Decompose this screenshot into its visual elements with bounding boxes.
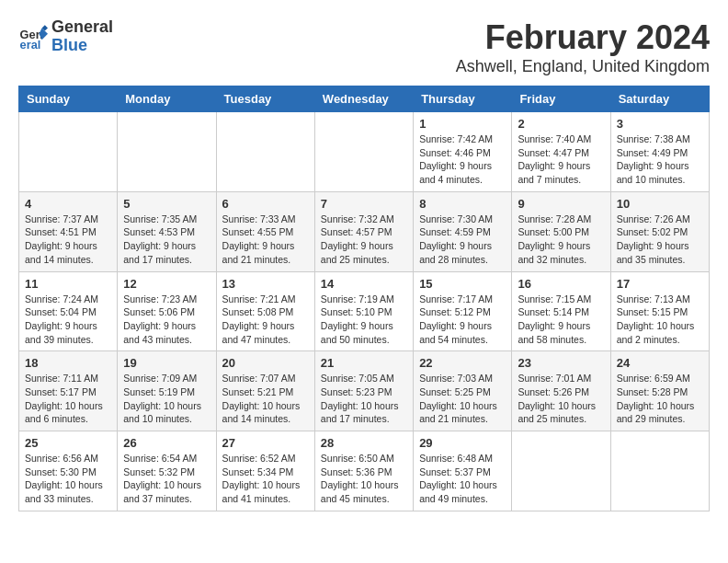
day-info: Sunrise: 6:54 AM Sunset: 5:32 PM Dayligh… <box>123 452 210 506</box>
day-number: 22 <box>419 356 506 370</box>
day-info: Sunrise: 7:17 AM Sunset: 5:12 PM Dayligh… <box>419 293 506 347</box>
day-number: 2 <box>518 117 604 131</box>
title-block: February 2024 Ashwell, England, United K… <box>456 18 710 76</box>
day-number: 12 <box>123 277 210 291</box>
day-number: 19 <box>123 356 210 370</box>
calendar-cell: 4Sunrise: 7:37 AM Sunset: 4:51 PM Daylig… <box>19 191 118 271</box>
day-number: 13 <box>222 277 309 291</box>
calendar-cell: 24Sunrise: 6:59 AM Sunset: 5:28 PM Dayli… <box>610 351 709 431</box>
calendar-week-1: 1Sunrise: 7:42 AM Sunset: 4:46 PM Daylig… <box>19 112 710 192</box>
column-header-wednesday: Wednesday <box>314 86 413 112</box>
day-number: 6 <box>222 197 309 211</box>
day-info: Sunrise: 6:56 AM Sunset: 5:30 PM Dayligh… <box>25 452 111 506</box>
day-number: 3 <box>617 117 703 131</box>
calendar-cell: 29Sunrise: 6:48 AM Sunset: 5:37 PM Dayli… <box>414 431 512 511</box>
calendar-cell: 23Sunrise: 7:01 AM Sunset: 5:26 PM Dayli… <box>512 351 610 431</box>
day-info: Sunrise: 7:40 AM Sunset: 4:47 PM Dayligh… <box>518 132 604 187</box>
day-number: 16 <box>518 277 604 291</box>
day-number: 23 <box>518 356 604 370</box>
day-info: Sunrise: 7:01 AM Sunset: 5:26 PM Dayligh… <box>518 372 604 426</box>
day-info: Sunrise: 7:21 AM Sunset: 5:08 PM Dayligh… <box>222 293 309 347</box>
day-info: Sunrise: 7:26 AM Sunset: 5:02 PM Dayligh… <box>617 213 703 267</box>
calendar-header-row: SundayMondayTuesdayWednesdayThursdayFrid… <box>19 86 710 112</box>
calendar-cell: 1Sunrise: 7:42 AM Sunset: 4:46 PM Daylig… <box>414 112 512 192</box>
calendar-cell: 8Sunrise: 7:30 AM Sunset: 4:59 PM Daylig… <box>414 191 512 271</box>
day-number: 5 <box>123 197 210 211</box>
day-info: Sunrise: 7:11 AM Sunset: 5:17 PM Dayligh… <box>25 372 111 426</box>
day-info: Sunrise: 7:03 AM Sunset: 5:25 PM Dayligh… <box>419 372 506 426</box>
calendar-cell: 15Sunrise: 7:17 AM Sunset: 5:12 PM Dayli… <box>414 271 512 351</box>
calendar-cell <box>610 431 709 511</box>
calendar-cell: 28Sunrise: 6:50 AM Sunset: 5:36 PM Dayli… <box>314 431 413 511</box>
day-number: 25 <box>25 436 111 450</box>
calendar-cell: 21Sunrise: 7:05 AM Sunset: 5:23 PM Dayli… <box>314 351 413 431</box>
calendar-cell: 3Sunrise: 7:38 AM Sunset: 4:49 PM Daylig… <box>610 112 709 192</box>
day-number: 26 <box>123 436 210 450</box>
calendar-week-3: 11Sunrise: 7:24 AM Sunset: 5:04 PM Dayli… <box>19 271 710 351</box>
day-info: Sunrise: 6:50 AM Sunset: 5:36 PM Dayligh… <box>321 452 407 506</box>
page-subtitle: Ashwell, England, United Kingdom <box>456 57 710 76</box>
column-header-monday: Monday <box>118 86 216 112</box>
day-number: 15 <box>419 277 506 291</box>
calendar-cell: 13Sunrise: 7:21 AM Sunset: 5:08 PM Dayli… <box>216 271 314 351</box>
day-info: Sunrise: 7:09 AM Sunset: 5:19 PM Dayligh… <box>123 372 210 426</box>
logo-text: General Blue <box>51 18 113 55</box>
calendar-cell <box>314 112 413 192</box>
calendar-cell: 7Sunrise: 7:32 AM Sunset: 4:57 PM Daylig… <box>314 191 413 271</box>
calendar-cell <box>216 112 314 192</box>
logo-line1: General <box>51 18 113 37</box>
day-number: 9 <box>518 197 604 211</box>
day-number: 24 <box>617 356 703 370</box>
calendar-cell: 27Sunrise: 6:52 AM Sunset: 5:34 PM Dayli… <box>216 431 314 511</box>
day-number: 29 <box>419 436 506 450</box>
svg-text:eral: eral <box>20 38 41 52</box>
column-header-friday: Friday <box>512 86 610 112</box>
calendar-cell: 26Sunrise: 6:54 AM Sunset: 5:32 PM Dayli… <box>118 431 216 511</box>
calendar-cell: 22Sunrise: 7:03 AM Sunset: 5:25 PM Dayli… <box>414 351 512 431</box>
day-info: Sunrise: 7:37 AM Sunset: 4:51 PM Dayligh… <box>25 213 111 267</box>
day-info: Sunrise: 7:33 AM Sunset: 4:55 PM Dayligh… <box>222 213 309 267</box>
day-number: 11 <box>25 277 111 291</box>
day-number: 14 <box>321 277 407 291</box>
day-number: 8 <box>419 197 506 211</box>
calendar-cell <box>512 431 610 511</box>
calendar-cell <box>118 112 216 192</box>
logo-icon: Gen eral <box>18 22 48 52</box>
calendar-cell: 11Sunrise: 7:24 AM Sunset: 5:04 PM Dayli… <box>19 271 118 351</box>
logo: Gen eral General Blue <box>18 18 113 55</box>
day-info: Sunrise: 7:32 AM Sunset: 4:57 PM Dayligh… <box>321 213 407 267</box>
calendar-week-5: 25Sunrise: 6:56 AM Sunset: 5:30 PM Dayli… <box>19 431 710 511</box>
page-header: Gen eral General Blue February 2024 Ashw… <box>18 18 710 76</box>
day-number: 20 <box>222 356 309 370</box>
column-header-sunday: Sunday <box>19 86 118 112</box>
day-info: Sunrise: 6:59 AM Sunset: 5:28 PM Dayligh… <box>617 372 703 426</box>
day-number: 21 <box>321 356 407 370</box>
day-info: Sunrise: 7:07 AM Sunset: 5:21 PM Dayligh… <box>222 372 309 426</box>
day-info: Sunrise: 7:15 AM Sunset: 5:14 PM Dayligh… <box>518 293 604 347</box>
day-number: 18 <box>25 356 111 370</box>
calendar-cell: 25Sunrise: 6:56 AM Sunset: 5:30 PM Dayli… <box>19 431 118 511</box>
day-number: 1 <box>419 117 506 131</box>
day-number: 27 <box>222 436 309 450</box>
calendar-cell: 19Sunrise: 7:09 AM Sunset: 5:19 PM Dayli… <box>118 351 216 431</box>
calendar-cell: 16Sunrise: 7:15 AM Sunset: 5:14 PM Dayli… <box>512 271 610 351</box>
calendar-cell: 12Sunrise: 7:23 AM Sunset: 5:06 PM Dayli… <box>118 271 216 351</box>
day-number: 28 <box>321 436 407 450</box>
calendar-cell: 18Sunrise: 7:11 AM Sunset: 5:17 PM Dayli… <box>19 351 118 431</box>
day-number: 17 <box>617 277 703 291</box>
day-info: Sunrise: 7:19 AM Sunset: 5:10 PM Dayligh… <box>321 293 407 347</box>
calendar-table: SundayMondayTuesdayWednesdayThursdayFrid… <box>18 86 710 511</box>
day-info: Sunrise: 7:23 AM Sunset: 5:06 PM Dayligh… <box>123 293 210 347</box>
day-info: Sunrise: 6:48 AM Sunset: 5:37 PM Dayligh… <box>419 452 506 506</box>
day-info: Sunrise: 7:38 AM Sunset: 4:49 PM Dayligh… <box>617 132 703 187</box>
day-info: Sunrise: 7:05 AM Sunset: 5:23 PM Dayligh… <box>321 372 407 426</box>
calendar-cell: 6Sunrise: 7:33 AM Sunset: 4:55 PM Daylig… <box>216 191 314 271</box>
page-title: February 2024 <box>456 18 710 57</box>
column-header-thursday: Thursday <box>414 86 512 112</box>
logo-line2: Blue <box>51 37 113 55</box>
day-number: 7 <box>321 197 407 211</box>
calendar-cell: 2Sunrise: 7:40 AM Sunset: 4:47 PM Daylig… <box>512 112 610 192</box>
day-info: Sunrise: 7:28 AM Sunset: 5:00 PM Dayligh… <box>518 213 604 267</box>
calendar-cell: 9Sunrise: 7:28 AM Sunset: 5:00 PM Daylig… <box>512 191 610 271</box>
calendar-cell: 20Sunrise: 7:07 AM Sunset: 5:21 PM Dayli… <box>216 351 314 431</box>
